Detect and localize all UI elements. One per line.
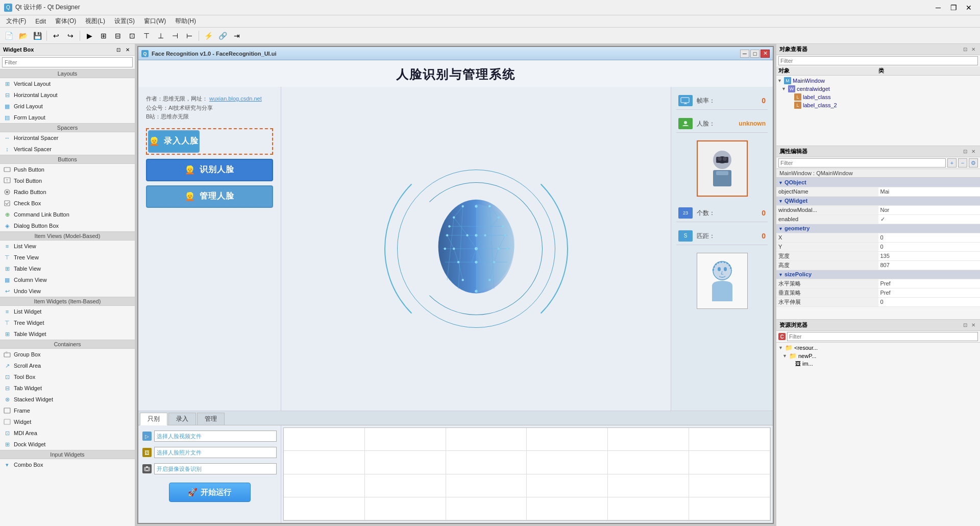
- menu-settings[interactable]: 设置(S): [110, 16, 139, 27]
- prop-y-value[interactable]: 0: [878, 242, 981, 251]
- obj-inspector-close-btn[interactable]: ✕: [970, 46, 977, 53]
- prop-hstretch-row[interactable]: 水平伸展 0: [776, 297, 980, 306]
- widget-list-widget[interactable]: ≡ List Widget: [0, 306, 135, 317]
- prop-objectname-row[interactable]: objectName Mai: [776, 187, 980, 196]
- prop-height-value[interactable]: 807: [878, 260, 981, 270]
- obj-row-label-class-2[interactable]: L label_class_2: [777, 101, 979, 109]
- prop-editor-float-btn[interactable]: ⊡: [962, 148, 969, 155]
- prop-width-value[interactable]: 135: [878, 251, 981, 260]
- menu-form[interactable]: 窗体(O): [51, 16, 80, 27]
- widget-h-spacer[interactable]: ↔ Horizontal Spacer: [0, 132, 135, 144]
- widget-table-view[interactable]: ⊞ Table View: [0, 263, 135, 274]
- open-btn[interactable]: 📂: [16, 29, 30, 42]
- widget-check-box[interactable]: Check Box: [0, 198, 135, 209]
- prop-filter-input[interactable]: [778, 158, 946, 168]
- widget-tool-box[interactable]: ⊡ Tool Box: [0, 371, 135, 382]
- widget-tree-view[interactable]: ⊤ Tree View: [0, 252, 135, 263]
- widget-dialog-btn-box[interactable]: ◈ Dialog Button Box: [0, 220, 135, 231]
- camera-file-input[interactable]: 开启摄像设备识别: [154, 463, 277, 474]
- widget-horizontal-layout[interactable]: ⊟ Horizontal Layout: [0, 89, 135, 101]
- prop-x-row[interactable]: X 0: [776, 233, 980, 242]
- prop-windowmodal-row[interactable]: windowModal... Nor: [776, 205, 980, 214]
- obj-inspector-float-btn[interactable]: ⊡: [962, 46, 969, 53]
- align-left-btn[interactable]: ⊤: [140, 29, 153, 42]
- prop-vpolicy-value[interactable]: Pref: [878, 288, 981, 297]
- tab-order-btn[interactable]: ⇥: [230, 29, 243, 42]
- obj-row-centralwidget[interactable]: ▼ W centralwidget: [777, 85, 979, 93]
- widget-mdi-area[interactable]: ⊡ MDI Area: [0, 427, 135, 439]
- adjust-size-btn[interactable]: ⊡: [126, 29, 139, 42]
- menu-file[interactable]: 文件(F): [2, 16, 30, 27]
- widget-combo-box[interactable]: ▾ Combo Box: [0, 459, 135, 470]
- prop-editor-close-btn[interactable]: ✕: [970, 148, 977, 155]
- recognize-face-btn[interactable]: 👱 识别人脸: [146, 159, 273, 181]
- inner-close-btn[interactable]: ✕: [761, 50, 770, 58]
- obj-row-mainwindow[interactable]: ▼ M MainWindow: [777, 77, 979, 85]
- signal-slot-btn[interactable]: ⚡: [202, 29, 215, 42]
- align-top-btn[interactable]: ⊣: [168, 29, 182, 42]
- inner-maximize-btn[interactable]: □: [750, 50, 760, 58]
- widget-vertical-layout[interactable]: ⊞ Vertical Layout: [0, 78, 135, 89]
- preview-btn[interactable]: ▶: [83, 29, 96, 42]
- res-row-im[interactable]: 🖼 im...: [777, 360, 979, 367]
- photo-file-input[interactable]: 选择人脸照片文件: [154, 447, 277, 458]
- prop-remove-btn[interactable]: −: [958, 158, 967, 168]
- res-browser-float-btn[interactable]: ⊡: [962, 322, 969, 329]
- prop-height-row[interactable]: 高度 807: [776, 260, 980, 270]
- widget-frame[interactable]: Frame: [0, 405, 135, 416]
- align-bottom-btn[interactable]: ⊢: [183, 29, 196, 42]
- menu-edit[interactable]: Edit: [31, 17, 50, 26]
- layout-btn[interactable]: ⊞: [97, 29, 110, 42]
- res-browser-close-btn[interactable]: ✕: [970, 322, 977, 329]
- widget-push-button[interactable]: Push Button: [0, 164, 135, 175]
- break-layout-btn[interactable]: ⊟: [111, 29, 125, 42]
- widget-undo-view[interactable]: ↩ Undo View: [0, 285, 135, 297]
- prop-objectname-value[interactable]: Mai: [878, 187, 981, 196]
- widget-form-layout[interactable]: ▤ Form Layout: [0, 112, 135, 123]
- restore-btn[interactable]: ❐: [946, 2, 961, 13]
- inner-minimize-btn[interactable]: ─: [740, 50, 749, 58]
- prop-enabled-value[interactable]: ✓: [878, 214, 981, 224]
- widget-radio-button[interactable]: Radio Button: [0, 186, 135, 198]
- menu-window[interactable]: 窗口(W): [140, 16, 170, 27]
- register-face-btn[interactable]: 👱 录入人脸: [148, 130, 200, 153]
- widget-grid-layout[interactable]: ▦ Grid Layout: [0, 101, 135, 112]
- menu-view[interactable]: 视图(L): [81, 16, 109, 27]
- widget-v-spacer[interactable]: ↕ Vertical Spacer: [0, 144, 135, 155]
- tab-register[interactable]: 录入: [168, 413, 196, 425]
- res-row-root[interactable]: ▼ 📁 <resour...: [777, 344, 979, 352]
- align-right-btn[interactable]: ⊥: [154, 29, 167, 42]
- start-run-btn[interactable]: 🚀 开始运行: [169, 483, 251, 502]
- widget-tree-widget[interactable]: ⊤ Tree Widget: [0, 317, 135, 328]
- manage-face-btn[interactable]: 👱 管理人脸: [146, 185, 273, 208]
- res-filter-input[interactable]: [787, 332, 978, 341]
- prop-hpolicy-row[interactable]: 水平策略 Pref: [776, 279, 980, 288]
- res-row-newp[interactable]: ▼ 📁 newP...: [777, 352, 979, 360]
- widget-table-widget[interactable]: ⊞ Table Widget: [0, 328, 135, 340]
- prop-enabled-row[interactable]: enabled ✓: [776, 214, 980, 224]
- obj-filter-input[interactable]: [778, 56, 978, 65]
- menu-help[interactable]: 帮助(H): [171, 16, 200, 27]
- close-btn[interactable]: ✕: [962, 2, 976, 13]
- widget-dock-widget[interactable]: ⊞ Dock Widget: [0, 439, 135, 450]
- widget-list-view[interactable]: ≡ List View: [0, 241, 135, 252]
- prop-vpolicy-row[interactable]: 垂直策略 Pref: [776, 288, 980, 297]
- minimize-btn[interactable]: ─: [931, 2, 945, 13]
- widget-widget[interactable]: Widget: [0, 416, 135, 427]
- obj-row-label-class[interactable]: L label_class: [777, 93, 979, 101]
- new-btn[interactable]: 📄: [2, 29, 15, 42]
- tab-manage[interactable]: 管理: [197, 413, 225, 425]
- prop-windowmodal-value[interactable]: Nor: [878, 205, 981, 214]
- prop-add-btn[interactable]: +: [947, 158, 957, 168]
- prop-config-btn[interactable]: ⚙: [969, 158, 978, 168]
- prop-y-row[interactable]: Y 0: [776, 242, 980, 251]
- prop-x-value[interactable]: 0: [878, 233, 981, 242]
- prop-hpolicy-value[interactable]: Pref: [878, 279, 981, 288]
- widget-box-float-btn[interactable]: ⊡: [114, 45, 122, 54]
- undo-btn[interactable]: ↩: [50, 29, 63, 42]
- video-file-input[interactable]: 选择人脸视频文件: [154, 431, 277, 442]
- widget-box-close-btn[interactable]: ✕: [124, 45, 132, 54]
- face-link[interactable]: wuxian.blog.csdn.net: [209, 95, 262, 102]
- widget-scroll-area[interactable]: ↗ Scroll Area: [0, 360, 135, 371]
- widget-box-filter-input[interactable]: [2, 57, 133, 67]
